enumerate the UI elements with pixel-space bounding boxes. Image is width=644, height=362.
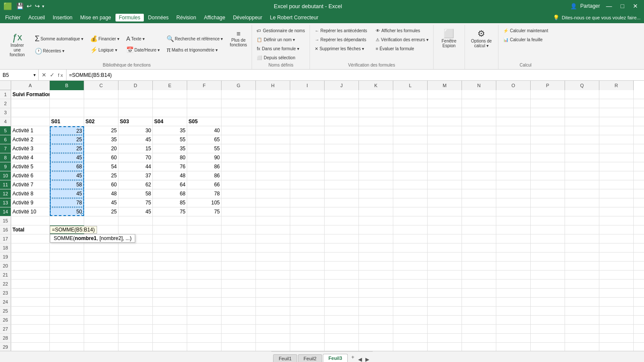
cell-Q18[interactable]: [565, 243, 599, 252]
cell-F3[interactable]: [187, 108, 222, 117]
cell-M9[interactable]: [428, 162, 462, 171]
cell-N29[interactable]: [462, 343, 496, 351]
cell-Q2[interactable]: [565, 99, 599, 108]
cell-O1[interactable]: [496, 90, 531, 99]
error-check-button[interactable]: ⚠ Vérification des erreurs ▾: [373, 36, 431, 44]
cell-L1[interactable]: [393, 90, 428, 99]
cell-A24[interactable]: [11, 298, 50, 306]
cell-L10[interactable]: [393, 171, 428, 180]
cell-O12[interactable]: [496, 189, 531, 198]
cell-H29[interactable]: [256, 343, 290, 351]
cell-J25[interactable]: [325, 307, 359, 315]
cell-E26[interactable]: [153, 316, 187, 324]
cell-R18[interactable]: [599, 243, 634, 252]
cell-I26[interactable]: [290, 316, 325, 324]
cell-G17[interactable]: [222, 234, 256, 243]
cell-I23[interactable]: [290, 289, 325, 297]
cell-O11[interactable]: [496, 180, 531, 189]
cell-R15[interactable]: [599, 216, 634, 225]
cell-O3[interactable]: [496, 108, 531, 117]
cell-M4[interactable]: [428, 117, 462, 126]
cell-H6[interactable]: [256, 135, 290, 144]
cell-E27[interactable]: [153, 325, 187, 333]
cell-D27[interactable]: [118, 325, 153, 333]
cell-P23[interactable]: [531, 289, 565, 297]
cell-P13[interactable]: [531, 198, 565, 207]
cell-J1[interactable]: [325, 90, 359, 99]
row-num-27[interactable]: 27: [0, 325, 11, 333]
cell-I20[interactable]: [290, 262, 325, 270]
cell-B15[interactable]: [50, 216, 84, 225]
cell-M28[interactable]: [428, 334, 462, 342]
lookup-button[interactable]: 🔍 Recherche et référence ▾: [164, 33, 226, 44]
cell-I17[interactable]: [290, 234, 325, 243]
cell-E28[interactable]: [153, 334, 187, 342]
cell-O18[interactable]: [496, 243, 531, 252]
cell-M14[interactable]: [428, 207, 462, 216]
cell-D4[interactable]: S03: [118, 117, 153, 126]
cell-E13[interactable]: 85: [153, 198, 187, 207]
row-num-12[interactable]: 12: [0, 189, 11, 198]
insert-function-button[interactable]: ƒx Insérer une fonction: [3, 30, 31, 59]
cell-F7[interactable]: 55: [187, 144, 222, 153]
cell-B5[interactable]: 23: [50, 126, 84, 135]
row-num-4[interactable]: 4: [0, 117, 11, 126]
cell-E20[interactable]: [153, 262, 187, 270]
cell-I9[interactable]: [290, 162, 325, 171]
cell-R28[interactable]: [599, 334, 634, 342]
cell-F17[interactable]: [187, 234, 222, 243]
cell-Q12[interactable]: [565, 189, 599, 198]
fx-button[interactable]: f x: [57, 72, 64, 78]
row-num-28[interactable]: 28: [0, 334, 11, 342]
cell-O4[interactable]: [496, 117, 531, 126]
cell-K21[interactable]: [359, 271, 393, 279]
cell-B27[interactable]: [50, 325, 84, 333]
cell-E16[interactable]: [153, 225, 187, 234]
cell-R23[interactable]: [599, 289, 634, 297]
cell-P2[interactable]: [531, 99, 565, 108]
cell-J17[interactable]: [325, 234, 359, 243]
cell-N17[interactable]: [462, 234, 496, 243]
cell-J15[interactable]: [325, 216, 359, 225]
row-num-7[interactable]: 7: [0, 144, 11, 153]
cell-G23[interactable]: [222, 289, 256, 297]
cell-L18[interactable]: [393, 243, 428, 252]
cell-P27[interactable]: [531, 325, 565, 333]
cell-G7[interactable]: [222, 144, 256, 153]
cell-C21[interactable]: [84, 271, 118, 279]
cell-E2[interactable]: [153, 99, 187, 108]
cell-B22[interactable]: [50, 280, 84, 288]
cell-C10[interactable]: 25: [84, 171, 118, 180]
cell-L25[interactable]: [393, 307, 428, 315]
col-header-F[interactable]: F: [187, 81, 222, 90]
cell-K7[interactable]: [359, 144, 393, 153]
cell-L27[interactable]: [393, 325, 428, 333]
cell-C25[interactable]: [84, 307, 118, 315]
formula-input[interactable]: =SOMME(B5:B14): [67, 70, 644, 80]
cell-P11[interactable]: [531, 180, 565, 189]
cell-Q26[interactable]: [565, 316, 599, 324]
cell-L23[interactable]: [393, 289, 428, 297]
cell-M25[interactable]: [428, 307, 462, 315]
cell-H12[interactable]: [256, 189, 290, 198]
cell-L19[interactable]: [393, 252, 428, 261]
dropdown-icon[interactable]: ▾: [33, 73, 36, 77]
col-header-H[interactable]: H: [256, 81, 290, 90]
cell-K10[interactable]: [359, 171, 393, 180]
cell-R24[interactable]: [599, 298, 634, 306]
cell-K28[interactable]: [359, 334, 393, 342]
cell-L16[interactable]: [393, 225, 428, 234]
cell-C22[interactable]: [84, 280, 118, 288]
cell-D3[interactable]: [118, 108, 153, 117]
cell-N27[interactable]: [462, 325, 496, 333]
cell-H13[interactable]: [256, 198, 290, 207]
cell-E5[interactable]: 35: [153, 126, 187, 135]
row-num-24[interactable]: 24: [0, 298, 11, 306]
evaluate-formula-button[interactable]: ≡ Évaluer la formule: [373, 45, 431, 53]
cell-I18[interactable]: [290, 243, 325, 252]
cell-C3[interactable]: [84, 108, 118, 117]
cell-C8[interactable]: 60: [84, 153, 118, 162]
undo-button[interactable]: ↩: [26, 2, 33, 10]
cell-P21[interactable]: [531, 271, 565, 279]
cell-J3[interactable]: [325, 108, 359, 117]
